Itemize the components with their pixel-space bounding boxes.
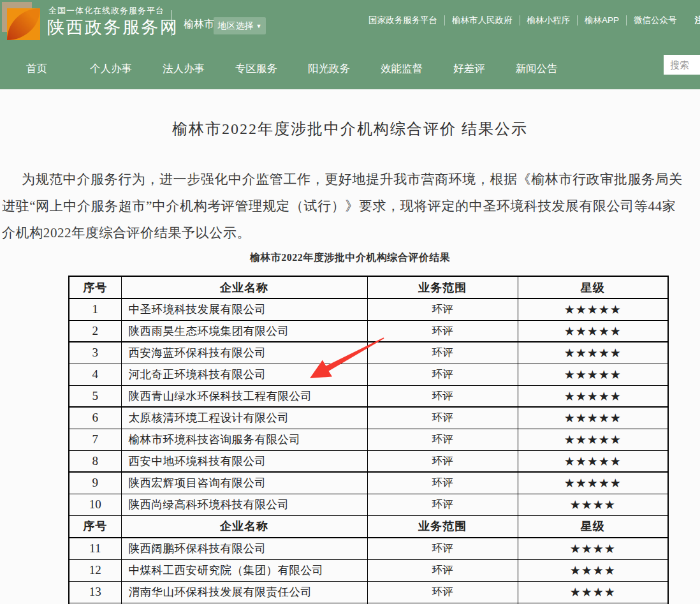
cell-name: 陕西雨昊生态环境集团有限公司 bbox=[121, 320, 367, 342]
cell-scope: 环评 bbox=[367, 342, 518, 364]
link-divider bbox=[626, 15, 627, 26]
table-row: 5陕西青山绿水环保科技工程有限公司环评★★★★★ bbox=[69, 385, 668, 407]
search-input[interactable] bbox=[664, 55, 700, 75]
cell-no: 11 bbox=[69, 538, 121, 559]
table-row: 11陕西阔鹏环保科技有限公司环评★★★★ bbox=[69, 538, 668, 559]
cell-no: 4 bbox=[69, 364, 121, 385]
link-national-platform[interactable]: 国家政务服务平台 bbox=[368, 15, 437, 26]
link-mini-program[interactable]: 榆林小程序 bbox=[527, 15, 571, 26]
column-header: 业务范围 bbox=[367, 515, 518, 538]
current-city-label: 榆林市 bbox=[184, 18, 214, 31]
search-box bbox=[664, 55, 700, 75]
link-city-government[interactable]: 榆林市人民政府 bbox=[452, 15, 513, 26]
register-link[interactable]: 注册 bbox=[695, 15, 700, 26]
column-header: 序号 bbox=[69, 515, 121, 538]
table-header-row: 序号企业名称业务范围星级 bbox=[69, 515, 668, 538]
cell-stars: ★★★★★ bbox=[518, 450, 668, 472]
cell-no: 9 bbox=[69, 472, 121, 494]
cell-stars: ★★★★ bbox=[518, 538, 668, 559]
cell-stars: ★★★★★ bbox=[518, 429, 668, 450]
cell-scope: 环评 bbox=[367, 559, 518, 581]
cell-name: 西安海蓝环保科技有限公司 bbox=[121, 342, 367, 364]
nav-item-personal[interactable]: 个人办事 bbox=[90, 62, 132, 76]
cell-no: 7 bbox=[69, 429, 121, 450]
cell-no: 3 bbox=[69, 342, 121, 364]
chevron-down-icon: ▼ bbox=[256, 23, 262, 29]
region-select-button[interactable]: 地区选择▼ bbox=[214, 17, 266, 34]
link-yulin-app[interactable]: 榆林APP bbox=[585, 15, 619, 26]
announcement-paragraph: 为规范中介服务行为，进一步强化中介监管工作，更好地提升我市营商环境，根据《榆林市… bbox=[2, 166, 700, 246]
cell-stars: ★★★★★ bbox=[518, 472, 668, 494]
cell-name: 陕西尚绿高科环境科技有限公司 bbox=[121, 494, 367, 515]
cell-no: 2 bbox=[69, 320, 121, 342]
cell-no: 12 bbox=[69, 559, 121, 581]
nav-item-news[interactable]: 新闻公告 bbox=[516, 62, 558, 76]
nav-item-efficiency-supervision[interactable]: 效能监督 bbox=[381, 62, 423, 76]
nav-item-legal-person[interactable]: 法人办事 bbox=[163, 62, 205, 76]
main-nav: 首页 个人办事 法人办事 专区服务 阳光政务 效能监督 好差评 新闻公告 bbox=[26, 62, 558, 76]
table-row: 2陕西雨昊生态环境集团有限公司环评★★★★★ bbox=[69, 320, 668, 342]
cell-name: 太原核清环境工程设计有限公司 bbox=[121, 407, 367, 429]
paragraph-line: 进驻“网上中介服务超市”中介机构考评管理规定（试行）》要求，现将评定的中圣环境科… bbox=[2, 193, 700, 219]
cell-no: 5 bbox=[69, 385, 121, 407]
cell-scope: 环评 bbox=[367, 581, 518, 603]
column-header: 企业名称 bbox=[121, 515, 367, 538]
nav-item-open-government[interactable]: 阳光政务 bbox=[308, 62, 350, 76]
cell-stars: ★★★★★ bbox=[518, 342, 668, 364]
cell-no: 13 bbox=[69, 581, 121, 603]
cell-no: 10 bbox=[69, 494, 121, 515]
column-header: 序号 bbox=[69, 276, 121, 298]
table-row: 13渭南华山环保科技发展有限责任公司环评★★★★ bbox=[69, 581, 668, 603]
link-divider bbox=[577, 15, 578, 26]
table-row: 9陕西宏辉项目咨询有限公司环评★★★★★ bbox=[69, 472, 668, 494]
cell-scope: 环评 bbox=[367, 429, 518, 450]
table-row: 1中圣环境科技发展有限公司环评★★★★★ bbox=[69, 298, 668, 320]
link-divider bbox=[520, 15, 520, 26]
link-wechat-official[interactable]: 微信公众号 bbox=[634, 15, 677, 26]
cell-no: 8 bbox=[69, 450, 121, 472]
cell-stars: ★★★★★ bbox=[518, 298, 668, 320]
table-row: 7榆林市环境科技咨询服务有限公司环评★★★★★ bbox=[69, 429, 668, 450]
cell-stars: ★★★★ bbox=[518, 559, 668, 581]
platform-tagline: 全国一体化在线政务服务平台 bbox=[48, 5, 164, 17]
cell-scope: 环评 bbox=[367, 538, 518, 559]
cell-scope: 环评 bbox=[367, 450, 518, 472]
cell-stars: ★★★★★ bbox=[518, 385, 668, 407]
cell-stars: ★★★★★ bbox=[518, 320, 668, 342]
table-row: 8西安中地环境科技有限公司环评★★★★★ bbox=[69, 450, 668, 472]
cell-name: 西安中地环境科技有限公司 bbox=[121, 450, 367, 472]
cell-name: 中煤科工西安研究院（集团）有限公司 bbox=[121, 559, 367, 581]
cell-name: 中圣环境科技发展有限公司 bbox=[121, 298, 367, 320]
cell-scope: 环评 bbox=[367, 494, 518, 515]
table-caption: 榆林市2022年度涉批中介机构综合评价结果 bbox=[0, 251, 700, 265]
announcement-content: 榆林市2022年度涉批中介机构综合评价 结果公示 为规范中介服务行为，进一步强化… bbox=[0, 89, 700, 604]
cell-scope: 环评 bbox=[367, 320, 518, 342]
cell-stars: ★★★★★ bbox=[518, 407, 668, 429]
site-title: 陕西政务服务网 bbox=[47, 16, 179, 39]
results-table-body: 序号企业名称业务范围星级1中圣环境科技发展有限公司环评★★★★★2陕西雨昊生态环… bbox=[69, 276, 668, 604]
brand-divider bbox=[171, 10, 171, 36]
column-header: 星级 bbox=[518, 276, 668, 298]
cell-no: 6 bbox=[69, 407, 121, 429]
table-row: 12中煤科工西安研究院（集团）有限公司环评★★★★ bbox=[69, 559, 668, 581]
results-table: 序号企业名称业务范围星级1中圣环境科技发展有限公司环评★★★★★2陕西雨昊生态环… bbox=[68, 276, 669, 604]
cell-scope: 环评 bbox=[367, 298, 518, 320]
table-row: 10陕西尚绿高科环境科技有限公司环评★★★★ bbox=[69, 494, 668, 515]
results-table-wrapper: 序号企业名称业务范围星级1中圣环境科技发展有限公司环评★★★★★2陕西雨昊生态环… bbox=[68, 276, 667, 604]
cell-stars: ★★★★ bbox=[518, 494, 668, 515]
cell-stars: ★★★★★ bbox=[518, 364, 668, 385]
cell-name: 河北奇正环境科技有限公司 bbox=[121, 364, 367, 385]
site-logo[interactable] bbox=[0, 0, 42, 42]
top-links: 国家政务服务平台 榆林市人民政府 榆林小程序 榆林APP 微信公众号 注册 bbox=[368, 15, 700, 26]
paragraph-line: 介机构2022年度综合评价结果予以公示。 bbox=[2, 219, 700, 246]
site-header: 全国一体化在线政务服务平台 陕西政务服务网 榆林市 地区选择▼ 国家政务服务平台… bbox=[0, 0, 700, 89]
cell-name: 陕西青山绿水环保科技工程有限公司 bbox=[121, 385, 367, 407]
paragraph-line: 为规范中介服务行为，进一步强化中介监管工作，更好地提升我市营商环境，根据《榆林市… bbox=[2, 166, 700, 193]
table-header-row: 序号企业名称业务范围星级 bbox=[69, 276, 668, 298]
nav-item-rating[interactable]: 好差评 bbox=[453, 62, 485, 76]
column-header: 星级 bbox=[518, 515, 668, 538]
cell-scope: 环评 bbox=[367, 407, 518, 429]
nav-item-zone-services[interactable]: 专区服务 bbox=[235, 62, 277, 76]
nav-item-home[interactable]: 首页 bbox=[26, 62, 47, 76]
cell-scope: 环评 bbox=[367, 385, 518, 407]
